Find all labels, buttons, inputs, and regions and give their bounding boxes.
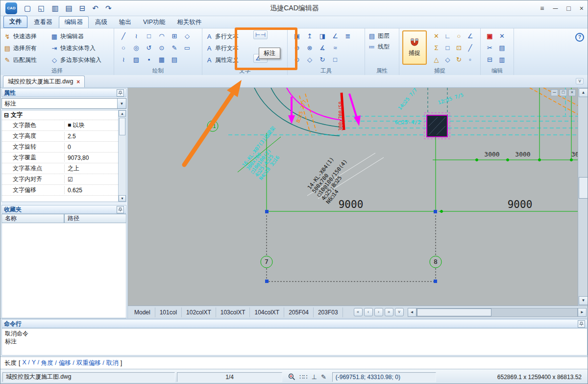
close-button[interactable]: × [580,4,584,12]
edit-tool-icon[interactable]: ⊟ [484,55,496,65]
tool-icon[interactable]: ◨ [316,31,329,41]
sheet-tab[interactable]: 103colXT [216,307,250,317]
export-icon[interactable]: ▤ [66,4,73,12]
chevron-down-icon[interactable]: ▼ [117,99,126,108]
draw-tool-icon[interactable]: ✎ [168,43,181,53]
draw-tool-icon[interactable]: ◇ [181,31,194,41]
osnap-icon[interactable]: ∠ [465,31,476,41]
scrollbar-thumb[interactable] [579,177,588,199]
ribbon-button[interactable]: A 多行文本 [205,30,284,42]
scrollbar-thumb[interactable] [417,308,492,316]
osnap-icon[interactable]: ○ [453,31,465,41]
scrollbar-thumb[interactable] [119,118,125,135]
tab-advanced[interactable]: 高级 [90,17,113,28]
prompt-option[interactable]: 偏移 [59,359,74,367]
draw-tool-icon[interactable]: ○ [117,43,130,53]
tool-icon[interactable]: ⊙ [291,55,303,65]
next-sheet-icon[interactable]: › [374,308,383,316]
draw-tool-icon[interactable]: ⊙ [155,43,168,53]
tool-icon[interactable]: ⊕ [291,43,303,53]
osnap-icon[interactable]: ╱ [465,43,476,53]
drawing-canvas[interactable]: C178 9000900030003000306□25-4/214□25 7/7… [128,88,588,318]
doc-minimize-icon[interactable]: ─ [551,89,558,96]
property-row[interactable]: 文字内对齐 ☑ [2,174,126,185]
property-grid-scrollbar[interactable]: ▲ ▼ [118,110,126,202]
command-prompt-bar[interactable]: 长度 [ XY角度偏移双重偏移取消 ] [0,357,588,369]
scroll-up-icon[interactable]: ▲ [119,110,126,117]
grid-toggle-icon[interactable]: ∷∷ [299,373,308,381]
osnap-icon[interactable]: ✕ [431,31,442,41]
pin-icon[interactable] [578,320,585,328]
sheet-tab[interactable]: 203F03 [314,307,343,317]
menu-icon[interactable]: ≡ [540,4,544,12]
last-sheet-icon[interactable]: » [385,308,393,316]
vertical-scrollbar[interactable]: ▲ ▼ [578,88,588,306]
property-row[interactable]: 文字偏移 0.625 [2,185,126,196]
property-value[interactable]: 2.5 [65,133,76,140]
dimension-linear-icon[interactable]: ⊢⊣ [253,30,268,39]
minimize-button[interactable]: ─ [553,4,558,12]
draw-tool-icon[interactable]: ◎ [130,43,143,53]
tool-icon[interactable]: ▣ [291,31,303,41]
edit-tool-icon[interactable]: ▤ [496,43,508,53]
osnap-icon[interactable]: ⊡ [453,43,465,53]
sheet-tab[interactable]: 102colXT [182,307,216,317]
zoom-icon[interactable] [288,373,295,381]
scroll-left-icon[interactable]: ◄ [408,308,416,317]
ribbon-button[interactable]: ▤ 选择所有 [3,44,50,52]
draw-tool-icon[interactable]: ╱ [117,31,130,41]
sheet-tab[interactable]: 205F04 [284,307,314,317]
edit-tool-icon[interactable]: ▣ [484,31,496,41]
tab-related[interactable]: 相关软件 [172,17,207,28]
document-tab[interactable]: 城投控股大厦施工图.dwg × [3,76,85,87]
tab-file[interactable]: 文件 [3,16,27,28]
property-value[interactable]: 之上 [65,164,79,173]
prompt-option[interactable]: X [22,359,29,367]
undo-icon[interactable]: ↶ [92,4,98,12]
prompt-option[interactable]: 双重偏移 [76,359,104,367]
scroll-down-icon[interactable]: ▼ [119,195,126,202]
draw-tool-icon[interactable]: ▪ [143,55,155,65]
tool-icon[interactable]: ⊗ [303,43,316,53]
draw-tool-icon[interactable]: ≀ [117,55,130,65]
ribbon-button[interactable]: ↯ 快速选择 [3,32,50,41]
draw-tool-icon[interactable]: ▤ [168,55,181,65]
favorites-column-name[interactable]: 名称 [1,214,64,223]
cad-drawing[interactable]: C178 9000900030003000306□25-4/214□25 7/7… [128,88,578,306]
draw-tool-icon[interactable]: ≀ [130,31,143,41]
draw-tool-icon[interactable]: ↺ [143,43,155,53]
sheet-tab[interactable]: 104colXT [250,307,284,317]
tool-icon[interactable]: ↻ [316,55,329,65]
scroll-down-icon[interactable]: ▼ [579,296,588,305]
draw-tool-icon[interactable]: ◠ [155,31,168,41]
document-tab-close-icon[interactable]: × [76,78,80,85]
draft-toggle-icon[interactable]: ✎ [321,373,326,381]
edit-tool-icon[interactable]: ✕ [496,31,508,41]
snap-toggle-button[interactable]: 捕捉 [402,30,427,65]
pin-icon[interactable] [117,89,124,97]
osnap-icon[interactable]: △ [431,55,442,65]
draw-tool-icon[interactable]: ▨ [130,55,143,65]
edit-tool-icon[interactable]: ▥ [496,55,508,65]
first-sheet-icon[interactable]: « [354,308,363,316]
new-icon[interactable]: ▢ [24,4,31,12]
doc-close-icon[interactable]: × [568,89,576,96]
tool-icon[interactable]: ≣ [342,31,354,41]
draw-tool-icon[interactable]: ▭ [181,43,194,53]
maximize-button[interactable]: □ [566,4,570,12]
tab-editor[interactable]: 编辑器 [59,16,89,28]
prompt-option[interactable]: Y [32,359,39,367]
property-row[interactable]: 文字旋转 0 [2,142,126,153]
tab-output[interactable]: 输出 [114,17,137,28]
print-icon[interactable]: ⊟ [79,4,86,12]
ribbon-button[interactable]: ≔ 线型 [368,41,396,52]
prompt-option[interactable]: 取消 [106,359,119,367]
property-value[interactable]: 0.625 [65,187,82,194]
command-history[interactable]: 取消命令标注 [1,328,588,356]
tab-vip[interactable]: VIP功能 [138,17,171,28]
tool-icon[interactable]: □ [329,55,342,65]
draw-tool-icon[interactable]: ▦ [155,55,168,65]
property-row[interactable]: 文字颜色 ■ 以块 [2,120,126,131]
ribbon-button[interactable]: ▦ 块编辑器 [50,32,112,41]
osnap-icon[interactable]: □ [442,43,453,53]
